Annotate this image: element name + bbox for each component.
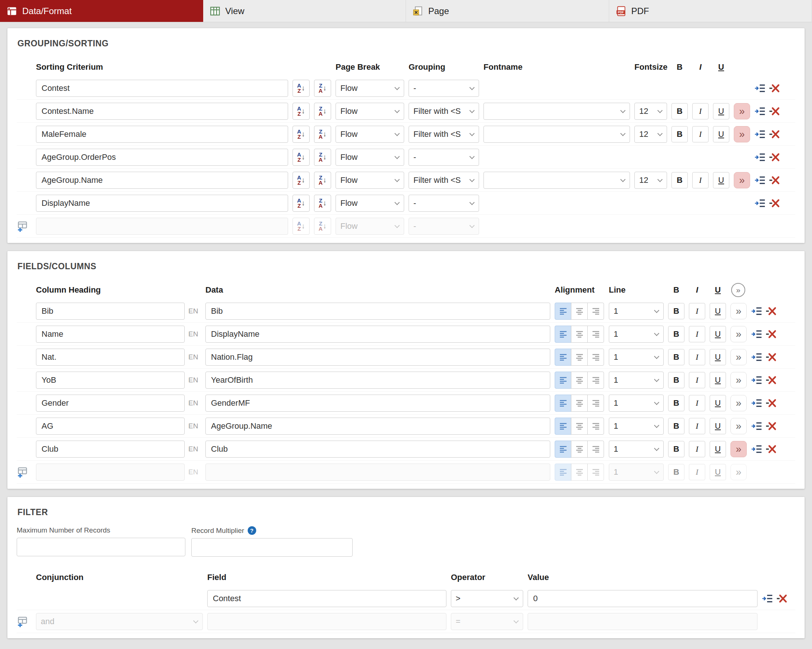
grouping-select[interactable]: - [409, 218, 479, 235]
align-right-button[interactable] [587, 441, 604, 458]
tab-pdf[interactable]: PDF PDF [609, 0, 812, 22]
page-break-select[interactable]: Flow [336, 149, 404, 166]
align-left-button[interactable] [555, 418, 571, 435]
column-heading-input[interactable] [36, 325, 185, 343]
delete-row-icon[interactable] [769, 84, 780, 93]
align-center-button[interactable] [571, 302, 588, 320]
line-select[interactable]: 1 [609, 418, 664, 435]
data-field-input[interactable] [205, 302, 550, 320]
insert-row-icon[interactable] [754, 199, 766, 208]
conjunction-select[interactable]: and [36, 613, 203, 630]
sorting-criterium-input[interactable] [36, 172, 288, 189]
column-heading-input[interactable] [36, 464, 185, 481]
underline-button[interactable]: U [710, 441, 726, 457]
delete-row-icon[interactable] [765, 306, 776, 316]
more-options-button[interactable]: » [734, 103, 750, 119]
delete-row-icon[interactable] [776, 594, 787, 603]
bold-button[interactable]: B [672, 172, 688, 188]
line-select[interactable]: 1 [609, 395, 664, 412]
align-center-button[interactable] [571, 372, 588, 389]
insert-row-icon[interactable] [751, 329, 762, 339]
bold-button[interactable]: B [668, 395, 684, 411]
underline-button[interactable]: U [710, 326, 726, 342]
sort-descending-button[interactable]: ZA ↓ [314, 149, 331, 166]
bold-button[interactable]: B [668, 349, 684, 365]
sort-descending-button[interactable]: ZA ↓ [314, 195, 331, 212]
fontname-select[interactable] [484, 126, 630, 143]
column-heading-input[interactable] [36, 418, 185, 435]
page-break-select[interactable]: Flow [336, 218, 404, 235]
fontsize-select[interactable]: 12 [634, 126, 667, 143]
page-break-select[interactable]: Flow [336, 195, 404, 212]
insert-row-icon[interactable] [754, 176, 766, 185]
underline-button[interactable]: U [710, 303, 726, 319]
operator-select[interactable]: = [451, 613, 523, 630]
align-center-button[interactable] [571, 325, 588, 343]
grouping-select[interactable]: Filter with <S [409, 172, 479, 189]
fontname-select[interactable] [484, 103, 630, 120]
sorting-criterium-input[interactable] [36, 126, 288, 143]
filter-field-input[interactable] [207, 590, 446, 607]
more-options-button[interactable]: » [734, 126, 750, 142]
info-icon[interactable]: ? [248, 526, 256, 535]
sort-descending-button[interactable]: ZA ↓ [314, 103, 331, 120]
underline-button[interactable]: U [710, 418, 726, 434]
sort-descending-button[interactable]: ZA ↓ [314, 172, 331, 189]
sort-ascending-button[interactable]: AZ ↓ [293, 149, 310, 166]
more-options-button[interactable]: » [734, 172, 750, 188]
sort-ascending-button[interactable]: AZ ↓ [293, 103, 310, 120]
delete-row-icon[interactable] [765, 329, 776, 339]
column-heading-input[interactable] [36, 441, 185, 458]
bold-button[interactable]: B [668, 303, 684, 319]
data-field-input[interactable] [205, 441, 550, 458]
column-heading-input[interactable] [36, 372, 185, 389]
page-break-select[interactable]: Flow [336, 80, 404, 97]
page-break-select[interactable]: Flow [336, 103, 404, 120]
sorting-criterium-input[interactable] [36, 149, 288, 166]
insert-row-icon[interactable] [754, 107, 766, 116]
max-records-input[interactable] [17, 538, 185, 556]
align-right-button[interactable] [587, 395, 604, 412]
italic-button[interactable]: I [689, 303, 705, 319]
align-center-button[interactable] [571, 395, 588, 412]
grouping-select[interactable]: - [409, 195, 479, 212]
align-right-button[interactable] [587, 464, 604, 481]
line-select[interactable]: 1 [609, 372, 664, 389]
align-right-button[interactable] [587, 325, 604, 343]
underline-button[interactable]: U [710, 349, 726, 365]
grouping-select[interactable]: Filter with <S [409, 126, 479, 143]
insert-row-icon[interactable] [751, 306, 762, 316]
grouping-select[interactable]: - [409, 149, 479, 166]
delete-row-icon[interactable] [769, 107, 780, 116]
more-options-button[interactable]: » [730, 326, 747, 342]
tab-view[interactable]: View [203, 0, 406, 22]
line-select[interactable]: 1 [609, 348, 664, 366]
align-center-button[interactable] [571, 418, 588, 435]
insert-row-icon[interactable] [751, 421, 762, 431]
delete-row-icon[interactable] [765, 444, 776, 454]
more-options-button[interactable]: » [730, 464, 747, 480]
insert-row-icon[interactable] [751, 352, 762, 362]
more-options-button[interactable]: » [730, 395, 747, 411]
more-options-button[interactable]: » [730, 372, 747, 388]
operator-select[interactable]: > [451, 590, 523, 607]
insert-row-icon[interactable] [754, 153, 766, 162]
bold-button[interactable]: B [668, 418, 684, 434]
add-row-icon[interactable] [17, 221, 28, 232]
more-options-button[interactable]: » [730, 441, 747, 457]
italic-button[interactable]: I [689, 372, 705, 388]
tab-page[interactable]: Page [406, 0, 609, 22]
italic-button[interactable]: I [692, 103, 708, 119]
delete-row-icon[interactable] [769, 153, 780, 162]
filter-field-input[interactable] [207, 613, 446, 630]
page-break-select[interactable]: Flow [336, 172, 404, 189]
bold-button[interactable]: B [668, 441, 684, 457]
align-center-button[interactable] [571, 464, 588, 481]
sort-ascending-button[interactable]: AZ ↓ [293, 218, 310, 235]
fontname-select[interactable] [484, 172, 630, 189]
fontsize-select[interactable]: 12 [634, 103, 667, 120]
align-right-button[interactable] [587, 302, 604, 320]
underline-button[interactable]: U [713, 172, 729, 188]
sort-ascending-button[interactable]: AZ ↓ [293, 80, 310, 97]
sort-ascending-button[interactable]: AZ ↓ [293, 172, 310, 189]
